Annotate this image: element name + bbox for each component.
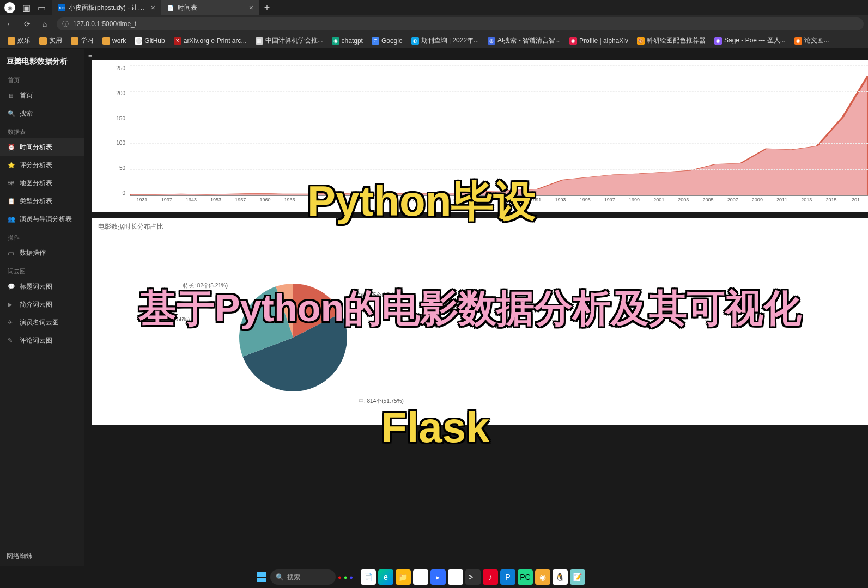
sidebar-item[interactable]: ✈演员名词云图	[0, 314, 84, 332]
taskbar-app-feishu[interactable]: ▸	[430, 569, 446, 585]
close-icon[interactable]: ×	[249, 3, 253, 12]
bookmark-item[interactable]: GGoogle	[368, 35, 406, 46]
bookmark-item[interactable]: ◎AI搜索 - 智谱清言智...	[484, 34, 564, 47]
x-tick: 1957	[228, 197, 253, 207]
menu-icon: ⏰	[8, 144, 15, 151]
bookmark-item[interactable]: 实用	[36, 34, 65, 47]
tab-phpstudy[interactable]: XO 小皮面板(phpstudy) - 让天下没有... ×	[52, 0, 161, 15]
taskbar-app-edge[interactable]: e	[378, 569, 393, 585]
taskbar-app-music[interactable]: ♪	[483, 569, 498, 585]
refresh-button[interactable]: ⟳	[22, 20, 33, 28]
sidebar-item[interactable]: 🗃数据操作	[0, 244, 84, 262]
y-tick: 0	[102, 190, 129, 196]
taskbar-search[interactable]: 🔍 搜索	[270, 569, 336, 585]
sidebar-item[interactable]: 👥演员与导演分析表	[0, 210, 84, 228]
bookmark-item[interactable]: ◉Profile | alphaXiv	[566, 35, 632, 46]
pie-title: 电影数据时长分布占比	[98, 222, 163, 231]
bookmark-label: Sage - Poe --- 圣人...	[724, 36, 786, 45]
x-tick: 1975	[351, 197, 376, 207]
menu-label: 数据操作	[20, 248, 46, 258]
tab-actions-icon[interactable]: ▭	[37, 3, 46, 12]
taskbar-app-browser2[interactable]: ◉	[535, 569, 550, 585]
x-tick: 201	[843, 197, 868, 207]
menu-label: 评分分析表	[20, 161, 52, 170]
favicon-xp-icon: XO	[58, 4, 65, 11]
main-content: ≡ 250200150100500 1931193719431953195719…	[84, 49, 868, 566]
x-tick: 1980	[400, 197, 425, 207]
menu-label: 类型分析表	[20, 197, 52, 206]
new-tab-button[interactable]: +	[259, 2, 275, 14]
sidebar-footer[interactable]: 网络蜘蛛	[0, 546, 84, 566]
menu-label: 地图分析表	[20, 179, 52, 188]
menu-label: 标题词云图	[20, 282, 52, 291]
bookmark-item[interactable]: work	[99, 35, 129, 46]
sidebar-item[interactable]: ✎评论词云图	[0, 332, 84, 350]
site-info-icon[interactable]: ⓘ	[62, 20, 69, 29]
bookmark-item[interactable]: ▦中国计算机学会推...	[252, 34, 326, 47]
pie-chart[interactable]	[233, 278, 353, 397]
bookmark-item[interactable]: ◉chatgpt	[329, 35, 366, 46]
line-chart[interactable]: 250200150100500 193119371943195319571960…	[102, 65, 868, 207]
browser-app-icon[interactable]: ◉	[4, 2, 15, 13]
x-tick: 2001	[647, 197, 671, 207]
bookmark-item[interactable]: ◉论文画...	[791, 34, 833, 47]
sidebar-item[interactable]: ⭐评分分析表	[0, 156, 84, 174]
url-input[interactable]: ⓘ 127.0.0.1:5000/time_t	[57, 17, 864, 30]
sidebar-item[interactable]: 💬标题词云图	[0, 278, 84, 296]
search-placeholder: 搜索	[287, 573, 300, 582]
taskbar-app-files[interactable]: 📁	[396, 569, 411, 585]
taskbar-app-notes[interactable]: 📝	[570, 569, 585, 585]
menu-label: 演员名词云图	[20, 318, 59, 327]
taskbar-widget[interactable]: ●●●	[338, 574, 353, 580]
tab-timetable[interactable]: 📄 时间表 ×	[161, 0, 259, 15]
x-tick: 1983	[425, 197, 450, 207]
start-button[interactable]	[255, 571, 268, 584]
section-wordcloud-label: 词云图	[0, 262, 84, 278]
y-tick: 50	[102, 165, 129, 171]
section-tables-label: 数据表	[0, 122, 84, 138]
x-tick: 2009	[745, 197, 769, 207]
taskbar-app-store[interactable]: 🛍	[413, 569, 428, 585]
bookmark-item[interactable]: 娱乐	[4, 34, 34, 47]
bookmark-item[interactable]: XarXiv.org e-Print arc...	[171, 35, 250, 46]
sidebar-item[interactable]: 🔍搜索	[0, 105, 84, 122]
y-tick: 150	[102, 115, 129, 121]
folder-icon	[71, 37, 78, 45]
bookmark-item[interactable]: 🎨科研绘图配色推荐器	[634, 34, 709, 47]
site-icon: ◉	[794, 37, 802, 45]
x-tick: 2005	[696, 197, 720, 207]
sidebar-item[interactable]: 📋类型分析表	[0, 192, 84, 210]
taskbar-app-settings[interactable]: ⚙	[448, 569, 463, 585]
sidebar-item[interactable]: 🖥首页	[0, 87, 84, 105]
home-button[interactable]: ⌂	[39, 20, 50, 28]
pie-label: 中: 814个(51.75%)	[359, 397, 404, 405]
pie-label: 短: 275个(17.48%)	[359, 291, 404, 299]
site-icon: X	[174, 37, 181, 45]
tab-strip: XO 小皮面板(phpstudy) - 让天下没有... × 📄 时间表 × +	[52, 0, 864, 15]
sidebar-item[interactable]: ▶简介词云图	[0, 296, 84, 314]
taskbar-app-explorer[interactable]: 📄	[361, 569, 376, 585]
bookmark-item[interactable]: 学习	[68, 34, 97, 47]
hamburger-icon[interactable]: ≡	[88, 51, 93, 59]
bookmark-item[interactable]: ◉Sage - Poe --- 圣人...	[711, 34, 789, 47]
bookmark-item[interactable]: ◐期刊查询 | 2022年...	[408, 34, 482, 47]
bookmark-item[interactable]: ⚪GitHub	[131, 35, 168, 46]
back-button[interactable]: ←	[4, 20, 15, 28]
taskbar-app-p[interactable]: P	[500, 569, 515, 585]
bookmarks-bar: 娱乐实用学习work⚪GitHubXarXiv.org e-Print arc.…	[0, 33, 868, 49]
x-tick: 1978	[376, 197, 400, 207]
menu-icon: 📋	[8, 198, 15, 205]
site-icon: ◉	[332, 37, 339, 45]
menu-icon: ⭐	[8, 162, 15, 169]
workspaces-icon[interactable]: ▣	[22, 3, 31, 12]
bookmark-label: 期刊查询 | 2022年...	[421, 36, 479, 45]
sidebar-item[interactable]: 🗺地图分析表	[0, 174, 84, 192]
x-tick: 1989	[499, 197, 524, 207]
taskbar-app-qq[interactable]: 🐧	[553, 569, 568, 585]
taskbar-app-pycharm[interactable]: PC	[518, 569, 533, 585]
sidebar-item[interactable]: ⏰时间分析表	[0, 138, 84, 156]
x-tick: 2015	[819, 197, 843, 207]
taskbar-app-terminal[interactable]: >_	[465, 569, 481, 585]
x-tick: 1972	[326, 197, 351, 207]
close-icon[interactable]: ×	[151, 3, 155, 12]
